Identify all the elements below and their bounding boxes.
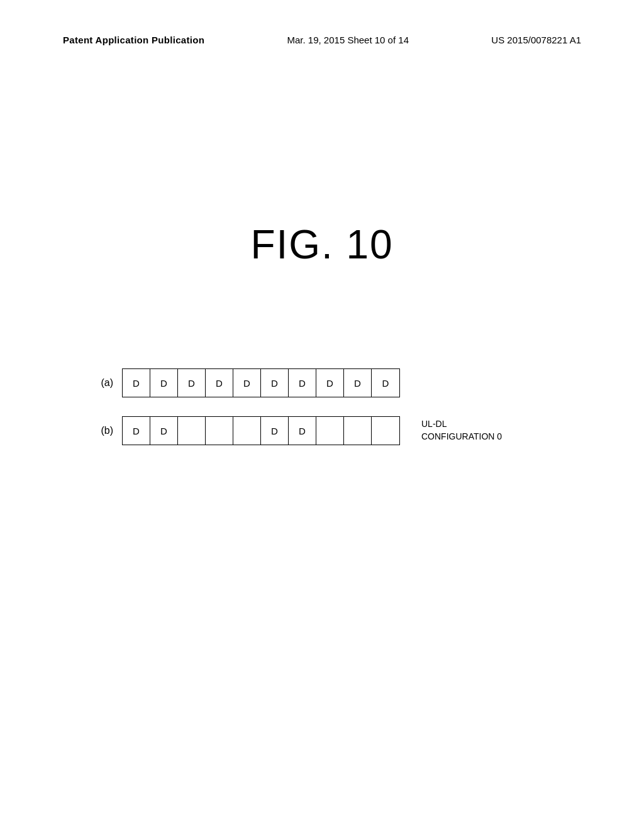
cell-b-4 xyxy=(206,417,233,445)
cell-a-9: D xyxy=(344,369,372,397)
config-label-b: UL-DLCONFIGURATION 0 xyxy=(421,418,502,443)
cell-b-5 xyxy=(233,417,261,445)
header-publication-label: Patent Application Publication xyxy=(63,35,204,45)
cell-a-4: D xyxy=(206,369,233,397)
cell-b-7: D xyxy=(289,417,316,445)
header: Patent Application Publication Mar. 19, … xyxy=(0,0,644,45)
diagram-row-a: (a) D D D D D D D D D D xyxy=(88,368,644,397)
cell-a-8: D xyxy=(316,369,344,397)
cell-a-6: D xyxy=(261,369,289,397)
cells-container-a: D D D D D D D D D D xyxy=(122,368,400,397)
header-date-sheet-label: Mar. 19, 2015 Sheet 10 of 14 xyxy=(287,35,409,45)
cell-a-1: D xyxy=(123,369,150,397)
cell-b-10 xyxy=(372,417,399,445)
cells-container-b: D D D D xyxy=(122,416,400,445)
header-patent-number-label: US 2015/0078221 A1 xyxy=(491,35,581,45)
page: Patent Application Publication Mar. 19, … xyxy=(0,0,644,830)
figure-title: FIG. 10 xyxy=(0,221,644,268)
cell-a-5: D xyxy=(233,369,261,397)
cell-b-2: D xyxy=(150,417,178,445)
cell-a-10: D xyxy=(372,369,399,397)
cell-a-2: D xyxy=(150,369,178,397)
diagram-label-b: (b) xyxy=(88,425,113,436)
cell-a-7: D xyxy=(289,369,316,397)
cell-b-3 xyxy=(178,417,206,445)
cell-a-3: D xyxy=(178,369,206,397)
diagrams-section: (a) D D D D D D D D D D (b) D D xyxy=(0,368,644,445)
cell-b-8 xyxy=(316,417,344,445)
cell-b-1: D xyxy=(123,417,150,445)
cell-b-6: D xyxy=(261,417,289,445)
diagram-row-b: (b) D D D D UL-DLCONFIGURATION 0 xyxy=(88,416,644,445)
cell-b-9 xyxy=(344,417,372,445)
diagram-label-a: (a) xyxy=(88,377,113,389)
